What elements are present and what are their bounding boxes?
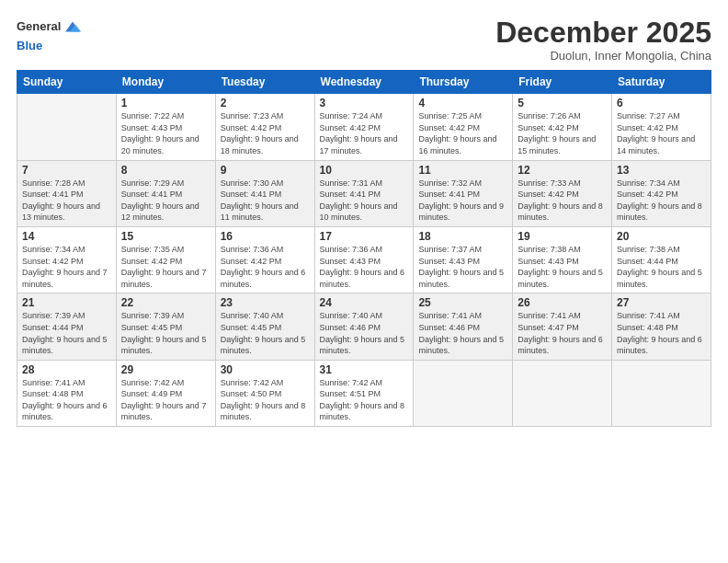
day-info: Sunrise: 7:39 AMSunset: 4:45 PMDaylight:… (121, 310, 210, 356)
day-info: Sunrise: 7:34 AMSunset: 4:42 PMDaylight:… (617, 178, 706, 224)
day-info: Sunrise: 7:38 AMSunset: 4:44 PMDaylight:… (617, 244, 706, 290)
day-number: 29 (121, 363, 210, 376)
day-info: Sunrise: 7:26 AMSunset: 4:42 PMDaylight:… (518, 110, 607, 156)
calendar-week-row: 7Sunrise: 7:28 AMSunset: 4:41 PMDaylight… (17, 160, 711, 226)
calendar-day-cell: 12Sunrise: 7:33 AMSunset: 4:42 PMDayligh… (513, 160, 612, 226)
calendar-day-cell: 28Sunrise: 7:41 AMSunset: 4:48 PMDayligh… (17, 360, 117, 426)
day-info: Sunrise: 7:33 AMSunset: 4:42 PMDaylight:… (518, 178, 607, 224)
day-number: 11 (418, 164, 507, 177)
col-wednesday: Wednesday (314, 71, 414, 94)
day-number: 31 (320, 363, 409, 376)
calendar-day-cell: 3Sunrise: 7:24 AMSunset: 4:42 PMDaylight… (314, 94, 414, 160)
day-info: Sunrise: 7:32 AMSunset: 4:41 PMDaylight:… (418, 178, 507, 224)
col-thursday: Thursday (414, 71, 513, 94)
day-number: 4 (418, 97, 507, 109)
calendar-day-cell: 2Sunrise: 7:23 AMSunset: 4:42 PMDaylight… (215, 94, 314, 160)
calendar-week-row: 28Sunrise: 7:41 AMSunset: 4:48 PMDayligh… (17, 360, 711, 426)
day-number: 13 (617, 164, 706, 177)
day-info: Sunrise: 7:42 AMSunset: 4:51 PMDaylight:… (320, 377, 409, 423)
day-info: Sunrise: 7:25 AMSunset: 4:42 PMDaylight:… (418, 110, 507, 156)
calendar-header-row: Sunday Monday Tuesday Wednesday Thursday… (17, 71, 711, 94)
calendar-day-cell (612, 360, 711, 426)
month-title: December 2025 (495, 17, 711, 49)
day-info: Sunrise: 7:41 AMSunset: 4:48 PMDaylight:… (617, 310, 706, 356)
day-number: 8 (121, 164, 210, 177)
calendar-day-cell: 7Sunrise: 7:28 AMSunset: 4:41 PMDaylight… (17, 160, 117, 226)
calendar-day-cell (17, 94, 117, 160)
day-number: 2 (221, 97, 310, 109)
calendar-day-cell (414, 360, 513, 426)
day-number: 18 (418, 230, 507, 243)
calendar-day-cell: 5Sunrise: 7:26 AMSunset: 4:42 PMDaylight… (513, 94, 612, 160)
calendar-day-cell: 30Sunrise: 7:42 AMSunset: 4:50 PMDayligh… (215, 360, 314, 426)
calendar-week-row: 21Sunrise: 7:39 AMSunset: 4:44 PMDayligh… (17, 293, 711, 360)
day-info: Sunrise: 7:29 AMSunset: 4:41 PMDaylight:… (121, 178, 210, 224)
day-info: Sunrise: 7:27 AMSunset: 4:42 PMDaylight:… (617, 110, 706, 156)
day-info: Sunrise: 7:28 AMSunset: 4:41 PMDaylight:… (22, 178, 111, 224)
calendar-day-cell: 1Sunrise: 7:22 AMSunset: 4:43 PMDaylight… (116, 94, 215, 160)
calendar-day-cell: 27Sunrise: 7:41 AMSunset: 4:48 PMDayligh… (612, 293, 711, 360)
day-info: Sunrise: 7:36 AMSunset: 4:43 PMDaylight:… (320, 244, 409, 290)
calendar-day-cell: 31Sunrise: 7:42 AMSunset: 4:51 PMDayligh… (314, 360, 414, 426)
day-number: 21 (22, 296, 111, 309)
day-info: Sunrise: 7:30 AMSunset: 4:41 PMDaylight:… (221, 178, 310, 224)
logo-icon (63, 17, 83, 37)
calendar-day-cell: 22Sunrise: 7:39 AMSunset: 4:45 PMDayligh… (116, 293, 215, 360)
day-info: Sunrise: 7:31 AMSunset: 4:41 PMDaylight:… (320, 178, 409, 224)
calendar-week-row: 1Sunrise: 7:22 AMSunset: 4:43 PMDaylight… (17, 94, 711, 160)
day-info: Sunrise: 7:41 AMSunset: 4:47 PMDaylight:… (518, 310, 607, 356)
day-info: Sunrise: 7:41 AMSunset: 4:46 PMDaylight:… (418, 310, 507, 356)
calendar-day-cell: 13Sunrise: 7:34 AMSunset: 4:42 PMDayligh… (612, 160, 711, 226)
day-number: 5 (518, 97, 607, 109)
day-number: 3 (320, 97, 409, 109)
calendar-day-cell: 24Sunrise: 7:40 AMSunset: 4:46 PMDayligh… (314, 293, 414, 360)
logo-general-text: General (17, 19, 61, 34)
day-info: Sunrise: 7:37 AMSunset: 4:43 PMDaylight:… (418, 244, 507, 290)
day-info: Sunrise: 7:39 AMSunset: 4:44 PMDaylight:… (22, 310, 111, 356)
day-number: 28 (22, 363, 111, 376)
calendar-day-cell: 6Sunrise: 7:27 AMSunset: 4:42 PMDaylight… (612, 94, 711, 160)
col-tuesday: Tuesday (215, 71, 314, 94)
day-info: Sunrise: 7:22 AMSunset: 4:43 PMDaylight:… (121, 110, 210, 156)
day-number: 7 (22, 164, 111, 177)
day-number: 26 (518, 296, 607, 309)
day-number: 16 (221, 230, 310, 243)
day-number: 6 (617, 97, 706, 109)
day-info: Sunrise: 7:40 AMSunset: 4:46 PMDaylight:… (320, 310, 409, 356)
day-info: Sunrise: 7:41 AMSunset: 4:48 PMDaylight:… (22, 377, 111, 423)
calendar-day-cell: 9Sunrise: 7:30 AMSunset: 4:41 PMDaylight… (215, 160, 314, 226)
day-number: 20 (617, 230, 706, 243)
title-block: December 2025 Duolun, Inner Mongolia, Ch… (495, 17, 711, 63)
day-info: Sunrise: 7:40 AMSunset: 4:45 PMDaylight:… (221, 310, 310, 356)
day-number: 14 (22, 230, 111, 243)
day-info: Sunrise: 7:23 AMSunset: 4:42 PMDaylight:… (221, 110, 310, 156)
calendar-day-cell: 4Sunrise: 7:25 AMSunset: 4:42 PMDaylight… (414, 94, 513, 160)
day-number: 10 (320, 164, 409, 177)
calendar-day-cell: 11Sunrise: 7:32 AMSunset: 4:41 PMDayligh… (414, 160, 513, 226)
calendar-day-cell: 21Sunrise: 7:39 AMSunset: 4:44 PMDayligh… (17, 293, 117, 360)
day-info: Sunrise: 7:42 AMSunset: 4:50 PMDaylight:… (221, 377, 310, 423)
calendar-day-cell: 29Sunrise: 7:42 AMSunset: 4:49 PMDayligh… (116, 360, 215, 426)
col-sunday: Sunday (17, 71, 117, 94)
day-number: 25 (418, 296, 507, 309)
logo: General Blue (17, 17, 83, 53)
location-subtitle: Duolun, Inner Mongolia, China (495, 49, 711, 63)
col-monday: Monday (116, 71, 215, 94)
calendar-table: Sunday Monday Tuesday Wednesday Thursday… (17, 70, 711, 427)
header: General Blue December 2025 Duolun, Inner… (17, 17, 711, 63)
day-info: Sunrise: 7:38 AMSunset: 4:43 PMDaylight:… (518, 244, 607, 290)
calendar-day-cell: 16Sunrise: 7:36 AMSunset: 4:42 PMDayligh… (215, 226, 314, 293)
day-info: Sunrise: 7:36 AMSunset: 4:42 PMDaylight:… (221, 244, 310, 290)
day-number: 22 (121, 296, 210, 309)
logo-blue-text: Blue (17, 39, 42, 52)
day-number: 23 (221, 296, 310, 309)
page: General Blue December 2025 Duolun, Inner… (0, 0, 728, 563)
day-number: 24 (320, 296, 409, 309)
calendar-day-cell: 8Sunrise: 7:29 AMSunset: 4:41 PMDaylight… (116, 160, 215, 226)
calendar-day-cell: 10Sunrise: 7:31 AMSunset: 4:41 PMDayligh… (314, 160, 414, 226)
day-number: 9 (221, 164, 310, 177)
day-info: Sunrise: 7:35 AMSunset: 4:42 PMDaylight:… (121, 244, 210, 290)
day-number: 1 (121, 97, 210, 109)
col-saturday: Saturday (612, 71, 711, 94)
day-info: Sunrise: 7:42 AMSunset: 4:49 PMDaylight:… (121, 377, 210, 423)
